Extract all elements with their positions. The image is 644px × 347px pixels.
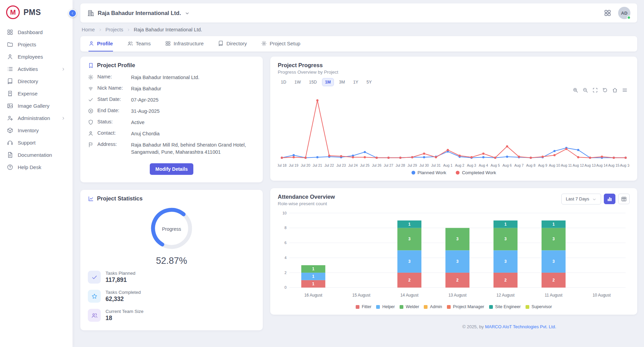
stat-text: Current Team Size18 xyxy=(106,309,144,322)
legend-project-manager[interactable]: Project Manager xyxy=(447,304,484,309)
x-circle-icon xyxy=(88,108,94,114)
restore-button[interactable] xyxy=(602,87,608,93)
field-label: Address: xyxy=(97,141,127,147)
box-select-icon xyxy=(592,87,598,93)
breadcrumb-projects[interactable]: Projects xyxy=(106,27,123,32)
bar-view-button[interactable] xyxy=(604,194,615,204)
zoom-out-button[interactable] xyxy=(582,87,588,93)
company-name: Raja Bahadur International Ltd. xyxy=(98,10,181,16)
company-link[interactable]: MARCO AIoT Technologies Pvt. Ltd. xyxy=(485,324,556,329)
legend-fitter[interactable]: Fitter xyxy=(356,304,371,309)
legend-completed-work[interactable]: Completed Work xyxy=(456,170,496,175)
legend-welder[interactable]: Welder xyxy=(400,304,419,309)
svg-text:3: 3 xyxy=(456,237,459,241)
box-select-button[interactable] xyxy=(592,87,598,93)
sidebar-item-label: Help Desk xyxy=(18,164,66,170)
tab-profile[interactable]: Profile xyxy=(88,36,113,51)
book-icon xyxy=(218,41,224,46)
legend-planned-work[interactable]: Planned Work xyxy=(412,170,447,175)
svg-text:Aug 8: Aug 8 xyxy=(526,164,535,167)
content-grid: Project Profile Name:Raja Bahadur Intern… xyxy=(80,57,637,333)
stat-current-team-size: Current Team Size18 xyxy=(88,306,255,325)
sidebar-item-help-desk[interactable]: Help Desk xyxy=(3,161,70,173)
tab-infrastructure[interactable]: Infrastructure xyxy=(165,36,204,51)
svg-text:Jul 24: Jul 24 xyxy=(348,164,358,167)
copyright-text: © 2025, by xyxy=(462,324,485,329)
attendance-bar-chart[interactable]: 024681016 August11115 August14 August233… xyxy=(278,210,630,302)
svg-text:Jul 27: Jul 27 xyxy=(384,164,393,167)
legend-site-engineer[interactable]: Site Engineer xyxy=(489,304,521,309)
range-1w[interactable]: 1W xyxy=(291,78,304,86)
svg-text:Jul 28: Jul 28 xyxy=(396,164,405,167)
profile-field-address: Address:Raja Bahadur Mill Rd, behind She… xyxy=(88,139,255,158)
stat-text: Tasks Planned117,891 xyxy=(106,271,135,284)
sidebar-item-documentation[interactable]: Documentation xyxy=(3,149,70,161)
sidebar-item-support[interactable]: Support xyxy=(3,137,70,149)
range-15d[interactable]: 15D xyxy=(306,78,320,86)
menu-icon xyxy=(622,87,628,93)
tab-teams[interactable]: Teams xyxy=(127,36,151,51)
zoom-in-button[interactable] xyxy=(573,87,578,93)
sidebar-item-image-gallery[interactable]: Image Gallery xyxy=(3,100,70,112)
modify-details-button[interactable]: Modify Details xyxy=(150,163,194,175)
svg-text:14 August: 14 August xyxy=(400,292,419,297)
range-1d[interactable]: 1D xyxy=(278,78,289,86)
tab-project-setup[interactable]: Project Setup xyxy=(261,36,300,51)
svg-text:Aug 14: Aug 14 xyxy=(596,164,608,167)
legend-admin[interactable]: Admin xyxy=(424,304,442,309)
admin-icon xyxy=(7,115,13,121)
sidebar-item-directory[interactable]: Directory xyxy=(3,75,70,87)
table-view-button[interactable] xyxy=(618,194,630,204)
range-3m[interactable]: 3M xyxy=(336,78,348,86)
svg-text:Aug 1: Aug 1 xyxy=(443,164,452,167)
range-5y[interactable]: 5Y xyxy=(364,78,375,86)
breadcrumb-home[interactable]: Home xyxy=(82,27,95,32)
attendance-controls: Last 7 Days xyxy=(561,194,630,205)
tab-directory[interactable]: Directory xyxy=(218,36,247,51)
progress-label: Progress xyxy=(148,205,195,253)
chevron-down-icon xyxy=(184,11,190,16)
gear-icon xyxy=(261,41,267,46)
svg-text:2: 2 xyxy=(504,278,507,283)
svg-text:Jul 26: Jul 26 xyxy=(372,164,382,167)
svg-text:Jul 18: Jul 18 xyxy=(278,164,287,167)
legend-supervisor[interactable]: Supervisor xyxy=(526,304,552,309)
flag-icon xyxy=(88,142,94,148)
company-selector[interactable]: Raja Bahadur International Ltd. xyxy=(87,10,190,17)
stats-list: Tasks Planned117,891 Tasks Completed62,3… xyxy=(88,268,255,325)
svg-text:1: 1 xyxy=(504,222,507,227)
sidebar-item-projects[interactable]: Projects xyxy=(3,39,70,50)
tab-label: Teams xyxy=(136,41,151,46)
progress-line-chart[interactable]: Jul 18Jul 19Jul 20Jul 21Jul 22Jul 23Jul … xyxy=(278,93,630,169)
menu-button[interactable] xyxy=(622,87,628,93)
svg-text:3: 3 xyxy=(552,259,555,264)
gear-icon xyxy=(88,74,94,80)
sidebar-item-administration[interactable]: Administration xyxy=(3,112,70,124)
svg-text:15 August: 15 August xyxy=(352,292,371,297)
svg-text:Jul 30: Jul 30 xyxy=(419,164,429,167)
bar-chart-legend: FitterHelperWelderAdminProject ManagerSi… xyxy=(278,304,630,309)
sidebar-item-activities[interactable]: Activities xyxy=(3,63,70,75)
field-label: End Date: xyxy=(97,108,127,113)
sidebar-item-label: Activities xyxy=(18,66,57,72)
sidebar-item-employees[interactable]: Employees xyxy=(3,51,70,63)
sidebar-item-label: Projects xyxy=(18,42,66,47)
stat-tasks-planned: Tasks Planned117,891 xyxy=(88,268,255,287)
range-1y[interactable]: 1Y xyxy=(350,78,361,86)
attendance-titles: Attendance Overview Role-wise present co… xyxy=(278,194,335,206)
legend-helper[interactable]: Helper xyxy=(376,304,395,309)
sidebar-item-inventory[interactable]: Inventory xyxy=(3,124,70,136)
user-avatar[interactable]: AD xyxy=(618,7,630,19)
right-column: Project Progress Progress Overview by Pr… xyxy=(270,57,637,333)
apps-grid-icon[interactable] xyxy=(604,9,611,17)
range-1m[interactable]: 1M xyxy=(322,78,334,86)
date-range-select[interactable]: Last 7 Days xyxy=(561,194,601,205)
sidebar-item-dashboard[interactable]: Dashboard xyxy=(3,26,70,38)
sidebar-collapse-button[interactable] xyxy=(68,9,77,17)
rss-icon xyxy=(88,86,94,91)
sidebar-item-expense[interactable]: Expense xyxy=(3,88,70,100)
profile-field-contact: Contact:Anuj Chordia xyxy=(88,128,255,139)
home-button[interactable] xyxy=(612,87,618,93)
stat-value: 18 xyxy=(106,315,144,322)
topbar-actions: AD xyxy=(604,7,630,19)
